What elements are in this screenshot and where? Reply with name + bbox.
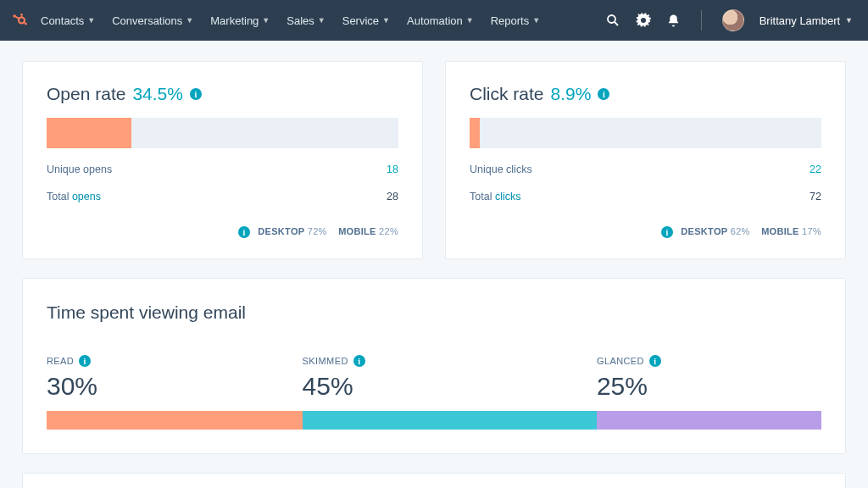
info-icon[interactable]: i xyxy=(598,88,609,100)
glance-segment xyxy=(597,411,821,430)
time-spent-card: Time spent viewing email READi 30% SKIMM… xyxy=(22,278,846,454)
svg-point-1 xyxy=(20,14,23,16)
read-pct: 30% xyxy=(47,372,303,401)
unique-clicks-line: Unique clicks 22 xyxy=(470,164,821,175)
chevron-down-icon: ▼ xyxy=(845,16,853,25)
unique-opens-value: 18 xyxy=(387,164,398,175)
click-rate-pct: 8.9% xyxy=(551,84,592,104)
time-spent-columns: READi 30% SKIMMEDi 45% GLANCEDi 25% xyxy=(47,355,821,401)
open-rate-card: Open rate 34.5% i Unique opens 18 Total … xyxy=(22,61,423,259)
time-spent-title: Time spent viewing email xyxy=(47,302,821,323)
info-icon[interactable]: i xyxy=(79,355,91,367)
bell-icon[interactable] xyxy=(666,14,681,28)
chevron-down-icon: ▼ xyxy=(186,16,193,25)
read-segment xyxy=(47,411,303,430)
skim-pct: 45% xyxy=(303,372,597,401)
unique-clicks-value: 22 xyxy=(810,164,821,175)
read-col: READi 30% xyxy=(47,355,303,401)
nav-service[interactable]: Service▼ xyxy=(342,14,390,27)
open-device-breakdown: i DESKTOP 72% MOBILE 22% xyxy=(47,226,398,238)
click-rate-title: Click rate 8.9% i xyxy=(470,84,821,104)
metric-row: Open rate 34.5% i Unique opens 18 Total … xyxy=(22,61,846,259)
user-menu[interactable]: Brittany Lambert ▼ xyxy=(760,14,853,27)
svg-point-7 xyxy=(608,15,615,23)
glance-pct: 25% xyxy=(597,372,821,401)
unique-opens-line: Unique opens 18 xyxy=(47,164,398,175)
total-opens-value: 28 xyxy=(387,191,398,202)
open-rate-bar-fill xyxy=(47,118,131,148)
gear-icon[interactable] xyxy=(636,13,651,28)
top-nav: Contacts▼ Conversations▼ Marketing▼ Sale… xyxy=(0,0,868,41)
click-rate-card: Click rate 8.9% i Unique clicks 22 Total… xyxy=(445,61,846,259)
glanced-col: GLANCEDi 25% xyxy=(597,355,821,401)
info-icon[interactable]: i xyxy=(238,226,250,238)
nav-reports[interactable]: Reports▼ xyxy=(491,14,540,27)
total-opens-line: Total opens 28 xyxy=(47,191,398,202)
total-clicks-line: Total clicks 72 xyxy=(470,191,821,202)
time-spent-bar xyxy=(47,411,821,430)
username-label: Brittany Lambert xyxy=(760,14,840,27)
total-clicks-value: 72 xyxy=(810,191,821,202)
chevron-down-icon: ▼ xyxy=(262,16,270,25)
chevron-down-icon: ▼ xyxy=(87,16,95,25)
nav-sales[interactable]: Sales▼ xyxy=(287,14,325,27)
info-icon[interactable]: i xyxy=(649,355,661,367)
skimmed-col: SKIMMEDi 45% xyxy=(303,355,597,401)
search-icon[interactable] xyxy=(605,13,620,28)
open-rate-pct: 34.5% xyxy=(132,84,183,104)
nav-conversations[interactable]: Conversations▼ xyxy=(112,14,193,27)
nav-marketing[interactable]: Marketing▼ xyxy=(210,14,270,27)
hubspot-logo-icon[interactable] xyxy=(10,11,29,30)
info-icon[interactable]: i xyxy=(353,355,365,367)
chevron-down-icon: ▼ xyxy=(318,16,326,25)
bottom-card: Opens Clicks xyxy=(22,473,846,488)
nav-items: Contacts▼ Conversations▼ Marketing▼ Sale… xyxy=(41,14,540,27)
click-rate-bar-fill xyxy=(470,118,480,148)
total-opens-link[interactable]: opens xyxy=(72,191,101,202)
info-icon[interactable]: i xyxy=(661,226,673,238)
chevron-down-icon: ▼ xyxy=(382,16,390,25)
nav-automation[interactable]: Automation▼ xyxy=(407,14,474,27)
total-clicks-link[interactable]: clicks xyxy=(495,191,521,202)
avatar[interactable] xyxy=(722,9,744,31)
svg-line-5 xyxy=(24,22,25,23)
page-content: Open rate 34.5% i Unique opens 18 Total … xyxy=(0,41,868,488)
skim-segment xyxy=(303,411,597,430)
nav-divider xyxy=(701,10,702,30)
open-rate-title: Open rate 34.5% i xyxy=(47,84,398,104)
nav-contacts[interactable]: Contacts▼ xyxy=(41,14,95,27)
chevron-down-icon: ▼ xyxy=(532,16,540,25)
nav-right: Brittany Lambert ▼ xyxy=(605,9,853,31)
svg-line-8 xyxy=(615,22,618,25)
chevron-down-icon: ▼ xyxy=(466,16,474,25)
click-device-breakdown: i DESKTOP 62% MOBILE 17% xyxy=(470,226,821,238)
svg-line-6 xyxy=(16,17,19,19)
open-rate-bar xyxy=(47,118,398,148)
click-rate-bar xyxy=(470,118,821,148)
info-icon[interactable]: i xyxy=(190,88,202,100)
